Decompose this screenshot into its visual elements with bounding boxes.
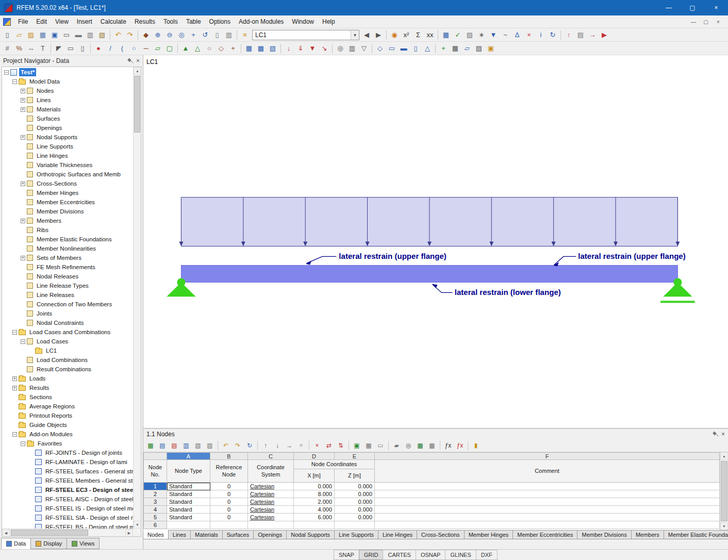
next-load-case-icon[interactable]: ▶ bbox=[373, 29, 384, 41]
cell-comment[interactable] bbox=[375, 490, 720, 498]
table-tab-nodes[interactable]: Nodes bbox=[143, 530, 169, 539]
printout-report-icon[interactable]: ↑ bbox=[563, 29, 574, 41]
cell-z[interactable] bbox=[335, 521, 375, 529]
scroll-up-icon[interactable]: ▲ bbox=[720, 452, 728, 460]
row-number[interactable]: 2 bbox=[144, 490, 167, 498]
scroll-track[interactable] bbox=[10, 529, 125, 536]
tree-item-connection-of-two-members[interactable]: Connection of Two Members bbox=[2, 300, 133, 309]
tree-expander-minus[interactable]: − bbox=[12, 79, 17, 84]
cell-type[interactable]: Standard bbox=[167, 490, 210, 498]
print-icon[interactable]: ▭ bbox=[61, 29, 72, 41]
check-icon[interactable]: ✓ bbox=[452, 29, 464, 41]
cell-z[interactable]: 0.000 bbox=[335, 490, 375, 498]
move-down-icon[interactable]: ↓ bbox=[272, 440, 283, 451]
mesh-refinement-icon[interactable]: ▧ bbox=[267, 43, 278, 54]
column-letter-f[interactable]: F bbox=[375, 453, 720, 460]
table-tab-line-supports[interactable]: Line Supports bbox=[334, 530, 378, 539]
background-icon[interactable]: ▨ bbox=[473, 43, 485, 54]
cell-comment[interactable] bbox=[375, 521, 720, 529]
tree-item-rf-laminate-design-of-lami[interactable]: RF-LAMINATE - Design of lami bbox=[2, 457, 133, 467]
tree-item-lc1[interactable]: LC1 bbox=[2, 346, 133, 355]
column-letter-e[interactable]: E bbox=[335, 453, 375, 460]
tree-item-nodal-supports[interactable]: +Nodal Supports bbox=[2, 133, 133, 142]
calculation-icon[interactable]: ▦ bbox=[440, 29, 452, 41]
minimize-button[interactable]: — bbox=[657, 0, 681, 15]
undo-icon[interactable]: ↶ bbox=[112, 29, 124, 41]
cell-cs[interactable]: Cartesian bbox=[248, 490, 294, 498]
cell-type[interactable]: Standard bbox=[167, 498, 210, 506]
graphics-viewport[interactable]: LC1 bbox=[143, 55, 728, 429]
tree-item-fe-mesh-refinements[interactable]: FE Mesh Refinements bbox=[2, 262, 133, 272]
nodal-support-icon[interactable]: ▲ bbox=[180, 43, 191, 54]
work-plane-icon[interactable]: ▱ bbox=[461, 43, 473, 54]
cell-cs[interactable]: Cartesian bbox=[248, 483, 294, 490]
tree-item-variable-thicknesses[interactable]: Variable Thicknesses bbox=[2, 160, 133, 170]
tree-expander-plus[interactable]: + bbox=[21, 219, 25, 223]
menu-add-on-modules[interactable]: Add-on Modules bbox=[235, 17, 288, 27]
project-manager-icon[interactable]: ▨ bbox=[25, 29, 37, 41]
load-case-combobox[interactable]: LC1▾ bbox=[252, 30, 359, 40]
tree-item-sets-of-members[interactable]: +Sets of Members bbox=[2, 253, 133, 262]
beam-member[interactable] bbox=[181, 265, 677, 282]
tree-expander-minus[interactable]: − bbox=[21, 339, 25, 344]
table-tab-line-hinges[interactable]: Line Hinges bbox=[378, 530, 417, 539]
column-letter-b[interactable]: B bbox=[210, 453, 248, 460]
scroll-down-icon[interactable]: ▼ bbox=[720, 522, 728, 530]
table-tab-openings[interactable]: Openings bbox=[253, 530, 287, 539]
view-xz-icon[interactable]: ▭ bbox=[386, 43, 398, 54]
tree-item-load-combinations[interactable]: Load Combinations bbox=[2, 355, 133, 365]
tree-item-printout-reports[interactable]: Printout Reports bbox=[2, 411, 133, 420]
excel-export-icon[interactable]: ▦ bbox=[415, 440, 426, 451]
previous-view-icon[interactable]: ↺ bbox=[200, 29, 211, 41]
table-view-icon[interactable]: ▧ bbox=[192, 440, 204, 451]
scroll-up-icon[interactable]: ▲ bbox=[134, 67, 141, 75]
tree-item-rf-steel-aisc-design-of-steel-r[interactable]: RF-STEEL AISC - Design of steel r bbox=[2, 495, 133, 504]
menu-table[interactable]: Table bbox=[182, 17, 205, 27]
tree-item-average-regions[interactable]: Average Regions bbox=[2, 402, 133, 411]
dimension-icon[interactable]: ↔ bbox=[25, 43, 37, 54]
cell-x[interactable] bbox=[294, 521, 335, 529]
scroll-left-icon[interactable]: ◀ bbox=[2, 529, 10, 537]
tree-item-line-releases[interactable]: Line Releases bbox=[2, 290, 133, 300]
new-window-icon[interactable]: ▯ bbox=[211, 29, 223, 41]
tree-item-load-cases[interactable]: −Load Cases bbox=[2, 337, 133, 346]
tree-item-nodes[interactable]: +Nodes bbox=[2, 86, 133, 95]
tree-item-sections[interactable]: Sections bbox=[2, 392, 133, 402]
nodal-load-icon[interactable]: ↓ bbox=[283, 43, 294, 54]
tree-expander-plus[interactable]: + bbox=[21, 107, 25, 112]
settings-icon[interactable]: ∗ bbox=[476, 29, 487, 41]
arc-icon[interactable]: ( bbox=[117, 43, 128, 54]
row-number[interactable]: 3 bbox=[144, 498, 167, 506]
scroll-down-icon[interactable]: ▼ bbox=[134, 521, 141, 529]
zoom-out-icon[interactable]: ⊖ bbox=[164, 29, 175, 41]
column-letter-d[interactable]: D bbox=[294, 453, 335, 460]
fe-mesh-icon[interactable]: ▦ bbox=[243, 43, 255, 54]
perspective-view-icon[interactable]: △ bbox=[422, 43, 433, 54]
status-toggle-snap[interactable]: SNAP bbox=[334, 550, 359, 560]
tree-item-model-data[interactable]: −Model Data bbox=[2, 77, 133, 86]
tree-item-line-supports[interactable]: Line Supports bbox=[2, 142, 133, 151]
surface-load-icon[interactable]: ▼ bbox=[307, 43, 318, 54]
table-edit-mode-icon[interactable]: ▦ bbox=[145, 440, 156, 451]
grid-icon[interactable]: ▦ bbox=[450, 43, 461, 54]
surface-icon[interactable]: ▱ bbox=[152, 43, 163, 54]
circle-icon[interactable]: ○ bbox=[128, 43, 140, 54]
export-pdf-icon[interactable]: ▶ bbox=[599, 29, 610, 41]
status-toggle-cartes[interactable]: CARTES bbox=[383, 550, 416, 560]
tree-expander-plus[interactable]: + bbox=[12, 376, 17, 381]
load-case-list-icon[interactable]: ≡ bbox=[239, 29, 251, 41]
cell-z[interactable]: 0.000 bbox=[335, 498, 375, 506]
table-tab-member-elastic-foundations[interactable]: Member Elastic Foundations bbox=[664, 530, 728, 539]
navigator-horizontal-scrollbar[interactable]: ◀ ▶ bbox=[2, 529, 133, 536]
redo-icon[interactable]: ↷ bbox=[124, 29, 136, 41]
search-icon[interactable]: ◎ bbox=[403, 440, 414, 451]
select-window-icon[interactable]: ▭ bbox=[65, 43, 76, 54]
snap-icon[interactable]: # bbox=[2, 43, 13, 54]
info-icon[interactable]: i bbox=[535, 29, 547, 41]
open-project-icon[interactable]: ▱ bbox=[13, 29, 25, 41]
tree-item-member-eccentricities[interactable]: Member Eccentricities bbox=[2, 197, 133, 207]
lock-table-icon[interactable]: ▮ bbox=[470, 440, 482, 451]
view-xy-icon[interactable]: ▬ bbox=[398, 43, 409, 54]
tree-item-joints[interactable]: Joints bbox=[2, 309, 133, 318]
status-toggle-dxf[interactable]: DXF bbox=[476, 550, 498, 560]
